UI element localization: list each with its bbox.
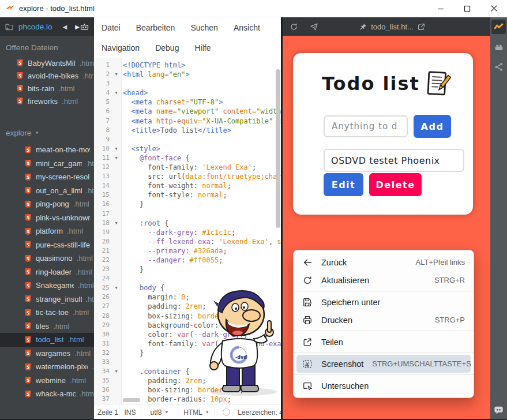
- context-menu-item-untersuchen[interactable]: Untersuchen: [294, 377, 474, 395]
- file-item-out_on_a_limb[interactable]: 5out_on_a_limb.ht: [0, 184, 94, 198]
- fold-gutter: [111, 126, 121, 135]
- send-icon[interactable]: [310, 22, 318, 31]
- reload-icon[interactable]: [290, 22, 298, 31]
- context-menu-item-speichern-unter[interactable]: Speichern unter: [294, 293, 474, 311]
- context-menu-item-teilen[interactable]: Teilen: [294, 333, 474, 351]
- code-text: <head>: [121, 88, 281, 97]
- project-header[interactable]: explore▼: [0, 121, 94, 142]
- add-todo-button[interactable]: Add: [414, 115, 451, 138]
- fold-arrow-icon[interactable]: ▼: [111, 70, 121, 79]
- pin-icon[interactable]: [359, 22, 367, 31]
- file-item-bits-rain[interactable]: 5bits-rain.html: [0, 82, 94, 95]
- file-item-tiles[interactable]: 5tiles.html: [0, 320, 94, 333]
- file-item-watermelon-pixel[interactable]: 5watermelon-pixel.: [0, 360, 94, 374]
- feedback-icon[interactable]: [493, 404, 504, 415]
- menu-debug[interactable]: Debug: [155, 43, 179, 52]
- robot-icon[interactable]: [80, 22, 89, 32]
- html5-file-icon: 5: [24, 282, 32, 290]
- lint-status[interactable]: [215, 404, 238, 420]
- edit-todo-button[interactable]: Edit: [324, 173, 363, 196]
- file-item-my-screen-resolut[interactable]: 5my-screen-resolut: [0, 170, 94, 184]
- file-item-whack-a-mole[interactable]: 5whack-a-mole.htm: [0, 387, 94, 401]
- history-forward-icon[interactable]: ▶: [75, 24, 80, 30]
- fold-arrow-icon[interactable]: ▼: [111, 283, 121, 292]
- indent-setting[interactable]: Leerzeichen: 4: [238, 404, 283, 420]
- fold-arrow-icon[interactable]: ▼: [111, 219, 121, 228]
- file-item-platform[interactable]: 5platform.html: [0, 224, 94, 238]
- encoding-select[interactable]: utf8▼: [141, 404, 178, 420]
- delete-todo-button[interactable]: Delete: [369, 173, 422, 196]
- file-extension: .html: [58, 84, 74, 93]
- cursor-position[interactable]: Zeile 1,: [94, 404, 119, 420]
- code-text: [121, 135, 281, 144]
- line-number: 9: [94, 135, 111, 144]
- sidebar: phcode.io ◀ ▶ Offene Dateien 5BabyWantsM…: [0, 17, 94, 420]
- file-extension: .html: [67, 227, 83, 235]
- preview-header: todo_list.ht...: [283, 17, 490, 36]
- file-item-quasimono[interactable]: 5quasimono.html: [0, 252, 94, 265]
- overwrite-toggle[interactable]: INS: [119, 404, 141, 420]
- file-item-tic-tac-toe[interactable]: 5tic-tac-toe.html: [0, 306, 94, 320]
- external-link-icon[interactable]: [417, 22, 426, 31]
- file-item-ping-pong[interactable]: 5ping-pong.html: [0, 197, 94, 211]
- language-select[interactable]: HTML▼: [178, 404, 215, 420]
- history-back-icon[interactable]: ◀: [63, 24, 67, 30]
- line-number: 26: [94, 292, 111, 302]
- file-item-webmine[interactable]: 5webmine.html: [0, 374, 94, 388]
- menu-datei[interactable]: Datei: [102, 23, 121, 32]
- code-editor[interactable]: 1<!DOCTYPE html>2▼<html lang="en">34▼<he…: [94, 58, 281, 404]
- file-extension: .html: [62, 97, 78, 106]
- file-item-todo_list[interactable]: 5todo_list.html: [0, 333, 94, 347]
- file-item-pure-css-still-life-v[interactable]: 5pure-css-still-life-v: [0, 238, 94, 252]
- inspect-icon: [302, 381, 313, 391]
- file-item-pink-vs-unknowns[interactable]: 5pink-vs-unknowns: [0, 211, 94, 225]
- html5-file-icon: 5: [24, 268, 32, 276]
- new-folder-icon[interactable]: [5, 22, 14, 32]
- editor-horizontal-scrollbar[interactable]: [123, 398, 140, 402]
- file-item-Snakegame[interactable]: 5Snakegame.html: [0, 279, 94, 292]
- fold-arrow-icon[interactable]: ▼: [111, 88, 121, 97]
- file-item-wargames[interactable]: 5wargames.html: [0, 347, 94, 361]
- new-todo-input[interactable]: [324, 115, 408, 137]
- file-item-fireworks[interactable]: 5fireworks.html: [0, 95, 94, 107]
- file-item-mini_car_game[interactable]: 5mini_car_game.ht: [0, 157, 94, 171]
- menu-suchen[interactable]: Suchen: [190, 23, 217, 32]
- file-item-meat-on-the-move[interactable]: 5meat-on-the-move: [0, 143, 94, 157]
- context-menu-item-drucken[interactable]: DruckenSTRG+P: [294, 311, 474, 329]
- menu-navigation[interactable]: Navigation: [102, 43, 140, 52]
- fold-arrow-icon[interactable]: ▼: [111, 144, 121, 153]
- editor-vertical-scrollbar[interactable]: [276, 69, 280, 228]
- minimize-button[interactable]: [427, 0, 454, 17]
- menu-hilfe[interactable]: Hilfe: [194, 43, 211, 52]
- context-menu-item-zurück[interactable]: ZurückALT+Pfeil links: [294, 253, 474, 271]
- todo-item[interactable]: OSDVD testet Phoenix: [324, 149, 464, 172]
- file-item-strange_insults[interactable]: 5strange_insults.ht: [0, 292, 94, 306]
- menu-ansicht[interactable]: Ansicht: [234, 23, 260, 32]
- file-item-ring-loader[interactable]: 5ring-loader.html: [0, 265, 94, 279]
- fold-gutter: [111, 330, 121, 339]
- code-text: [121, 209, 281, 219]
- extensions-icon[interactable]: [494, 42, 504, 52]
- share-nodes-icon[interactable]: [494, 62, 504, 72]
- fold-arrow-icon[interactable]: ▼: [111, 153, 121, 163]
- open-files-list: 5BabyWantsMilk.htm5avoid-the-bikes.htr5b…: [0, 57, 94, 107]
- fold-arrow-icon[interactable]: ▼: [111, 367, 121, 376]
- close-button[interactable]: [480, 0, 507, 17]
- live-preview-toggle[interactable]: [491, 20, 506, 34]
- context-menu-item-screenshot[interactable]: ScreenshotSTRG+UMSCHALTTASTE+S: [296, 355, 471, 373]
- maximize-button[interactable]: [454, 0, 480, 17]
- svg-text:5: 5: [27, 256, 29, 261]
- fold-gutter: [111, 265, 121, 274]
- window-controls: [427, 0, 507, 17]
- file-item-avoid-the-bikes[interactable]: 5avoid-the-bikes.htr: [0, 69, 94, 82]
- menu-bearbeiten[interactable]: Bearbeiten: [136, 23, 175, 32]
- fold-gutter: [111, 117, 121, 126]
- file-name: avoid-the-bikes: [28, 72, 78, 80]
- context-menu-item-aktualisieren[interactable]: AktualisierenSTRG+R: [294, 271, 474, 289]
- file-item-BabyWantsMilk[interactable]: 5BabyWantsMilk.htm: [0, 57, 94, 69]
- fold-gutter: [111, 339, 121, 348]
- project-files-list: 5meat-on-the-move5mini_car_game.ht5my-sc…: [0, 143, 94, 401]
- file-extension: .htm: [80, 59, 94, 68]
- project-switcher[interactable]: phcode.io: [18, 22, 52, 31]
- line-number: 13: [94, 172, 111, 181]
